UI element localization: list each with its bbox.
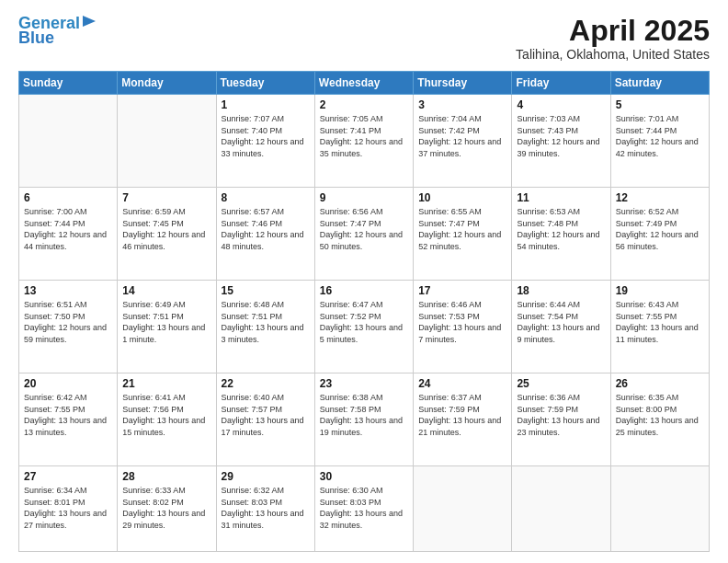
table-row: 6Sunrise: 7:00 AM Sunset: 7:44 PM Daylig… [19, 188, 118, 281]
table-row: 19Sunrise: 6:43 AM Sunset: 7:55 PM Dayli… [610, 281, 709, 373]
table-row: 2Sunrise: 7:05 AM Sunset: 7:41 PM Daylig… [314, 95, 413, 188]
table-row: 3Sunrise: 7:04 AM Sunset: 7:42 PM Daylig… [414, 95, 512, 188]
day-info: Sunrise: 6:36 AM Sunset: 7:59 PM Dayligh… [517, 392, 605, 438]
day-info: Sunrise: 7:07 AM Sunset: 7:40 PM Dayligh… [222, 113, 310, 159]
table-row: 11Sunrise: 6:53 AM Sunset: 7:48 PM Dayli… [512, 188, 610, 281]
table-row: 28Sunrise: 6:33 AM Sunset: 8:02 PM Dayli… [118, 466, 216, 552]
day-info: Sunrise: 7:00 AM Sunset: 7:44 PM Dayligh… [24, 206, 112, 252]
day-info: Sunrise: 6:47 AM Sunset: 7:52 PM Dayligh… [320, 299, 408, 345]
day-number: 25 [517, 377, 605, 390]
day-number: 19 [616, 284, 704, 297]
day-number: 20 [24, 377, 112, 390]
day-info: Sunrise: 7:05 AM Sunset: 7:41 PM Dayligh… [320, 113, 408, 159]
calendar-week-row: 20Sunrise: 6:42 AM Sunset: 7:55 PM Dayli… [19, 373, 710, 466]
day-number: 3 [418, 98, 506, 111]
day-number: 4 [517, 98, 605, 111]
day-number: 30 [320, 470, 408, 483]
day-info: Sunrise: 6:42 AM Sunset: 7:55 PM Dayligh… [24, 392, 112, 438]
day-number: 8 [222, 191, 310, 204]
logo-text-line2: Blue [18, 29, 54, 48]
day-number: 18 [517, 284, 605, 297]
col-sunday: Sunday [19, 72, 118, 95]
day-number: 7 [122, 191, 210, 204]
day-info: Sunrise: 6:44 AM Sunset: 7:54 PM Dayligh… [517, 299, 605, 345]
day-info: Sunrise: 7:04 AM Sunset: 7:42 PM Dayligh… [418, 113, 506, 159]
page: General Blue April 2025 Talihina, Oklaho… [0, 0, 728, 563]
day-info: Sunrise: 6:34 AM Sunset: 8:01 PM Dayligh… [24, 485, 112, 531]
table-row: 24Sunrise: 6:37 AM Sunset: 7:59 PM Dayli… [414, 373, 512, 466]
table-row: 10Sunrise: 6:55 AM Sunset: 7:47 PM Dayli… [414, 188, 512, 281]
day-number: 17 [418, 284, 506, 297]
day-number: 12 [616, 191, 704, 204]
day-info: Sunrise: 6:57 AM Sunset: 7:46 PM Dayligh… [222, 206, 310, 252]
day-info: Sunrise: 6:32 AM Sunset: 8:03 PM Dayligh… [222, 485, 310, 531]
table-row: 20Sunrise: 6:42 AM Sunset: 7:55 PM Dayli… [19, 373, 118, 466]
day-info: Sunrise: 6:48 AM Sunset: 7:51 PM Dayligh… [222, 299, 310, 345]
day-info: Sunrise: 6:56 AM Sunset: 7:47 PM Dayligh… [320, 206, 408, 252]
day-number: 24 [418, 377, 506, 390]
table-row: 21Sunrise: 6:41 AM Sunset: 7:56 PM Dayli… [118, 373, 216, 466]
day-number: 27 [24, 470, 112, 483]
table-row: 26Sunrise: 6:35 AM Sunset: 8:00 PM Dayli… [610, 373, 709, 466]
day-number: 15 [222, 284, 310, 297]
day-number: 21 [122, 377, 210, 390]
logo-arrow-icon [83, 14, 99, 29]
day-info: Sunrise: 6:38 AM Sunset: 7:58 PM Dayligh… [320, 392, 408, 438]
main-title: April 2025 [516, 15, 710, 47]
calendar-table: Sunday Monday Tuesday Wednesday Thursday… [18, 71, 710, 552]
day-info: Sunrise: 6:51 AM Sunset: 7:50 PM Dayligh… [24, 299, 112, 345]
table-row: 7Sunrise: 6:59 AM Sunset: 7:45 PM Daylig… [118, 188, 216, 281]
day-number: 6 [24, 191, 112, 204]
day-number: 29 [222, 470, 310, 483]
day-info: Sunrise: 6:55 AM Sunset: 7:47 PM Dayligh… [418, 206, 506, 252]
day-info: Sunrise: 7:01 AM Sunset: 7:44 PM Dayligh… [616, 113, 704, 159]
day-number: 28 [122, 470, 210, 483]
col-friday: Friday [512, 72, 610, 95]
table-row: 9Sunrise: 6:56 AM Sunset: 7:47 PM Daylig… [314, 188, 413, 281]
table-row [414, 466, 512, 552]
table-row: 16Sunrise: 6:47 AM Sunset: 7:52 PM Dayli… [314, 281, 413, 373]
table-row: 4Sunrise: 7:03 AM Sunset: 7:43 PM Daylig… [512, 95, 610, 188]
day-info: Sunrise: 6:53 AM Sunset: 7:48 PM Dayligh… [517, 206, 605, 252]
calendar-week-row: 13Sunrise: 6:51 AM Sunset: 7:50 PM Dayli… [19, 281, 710, 373]
table-row [512, 466, 610, 552]
table-row [118, 95, 216, 188]
table-row: 23Sunrise: 6:38 AM Sunset: 7:58 PM Dayli… [314, 373, 413, 466]
day-number: 14 [122, 284, 210, 297]
table-row: 25Sunrise: 6:36 AM Sunset: 7:59 PM Dayli… [512, 373, 610, 466]
day-number: 16 [320, 284, 408, 297]
table-row: 13Sunrise: 6:51 AM Sunset: 7:50 PM Dayli… [19, 281, 118, 373]
svg-marker-0 [83, 16, 96, 27]
table-row: 1Sunrise: 7:07 AM Sunset: 7:40 PM Daylig… [216, 95, 314, 188]
day-info: Sunrise: 6:52 AM Sunset: 7:49 PM Dayligh… [616, 206, 704, 252]
table-row: 5Sunrise: 7:01 AM Sunset: 7:44 PM Daylig… [610, 95, 709, 188]
col-wednesday: Wednesday [314, 72, 413, 95]
col-monday: Monday [118, 72, 216, 95]
day-info: Sunrise: 6:46 AM Sunset: 7:53 PM Dayligh… [418, 299, 506, 345]
table-row [610, 466, 709, 552]
day-info: Sunrise: 6:33 AM Sunset: 8:02 PM Dayligh… [122, 485, 210, 531]
day-info: Sunrise: 6:40 AM Sunset: 7:57 PM Dayligh… [222, 392, 310, 438]
day-info: Sunrise: 6:41 AM Sunset: 7:56 PM Dayligh… [122, 392, 210, 438]
calendar-week-row: 1Sunrise: 7:07 AM Sunset: 7:40 PM Daylig… [19, 95, 710, 188]
table-row: 17Sunrise: 6:46 AM Sunset: 7:53 PM Dayli… [414, 281, 512, 373]
table-row: 15Sunrise: 6:48 AM Sunset: 7:51 PM Dayli… [216, 281, 314, 373]
table-row: 8Sunrise: 6:57 AM Sunset: 7:46 PM Daylig… [216, 188, 314, 281]
calendar-header-row: Sunday Monday Tuesday Wednesday Thursday… [19, 72, 710, 95]
day-number: 23 [320, 377, 408, 390]
subtitle: Talihina, Oklahoma, United States [516, 47, 710, 62]
col-tuesday: Tuesday [216, 72, 314, 95]
table-row: 30Sunrise: 6:30 AM Sunset: 8:03 PM Dayli… [314, 466, 413, 552]
day-number: 1 [222, 98, 310, 111]
header: General Blue April 2025 Talihina, Oklaho… [18, 15, 710, 62]
col-thursday: Thursday [414, 72, 512, 95]
table-row: 14Sunrise: 6:49 AM Sunset: 7:51 PM Dayli… [118, 281, 216, 373]
table-row: 12Sunrise: 6:52 AM Sunset: 7:49 PM Dayli… [610, 188, 709, 281]
day-info: Sunrise: 6:35 AM Sunset: 8:00 PM Dayligh… [616, 392, 704, 438]
day-info: Sunrise: 6:30 AM Sunset: 8:03 PM Dayligh… [320, 485, 408, 531]
day-number: 9 [320, 191, 408, 204]
day-info: Sunrise: 6:37 AM Sunset: 7:59 PM Dayligh… [418, 392, 506, 438]
table-row: 18Sunrise: 6:44 AM Sunset: 7:54 PM Dayli… [512, 281, 610, 373]
day-number: 2 [320, 98, 408, 111]
day-info: Sunrise: 6:49 AM Sunset: 7:51 PM Dayligh… [122, 299, 210, 345]
